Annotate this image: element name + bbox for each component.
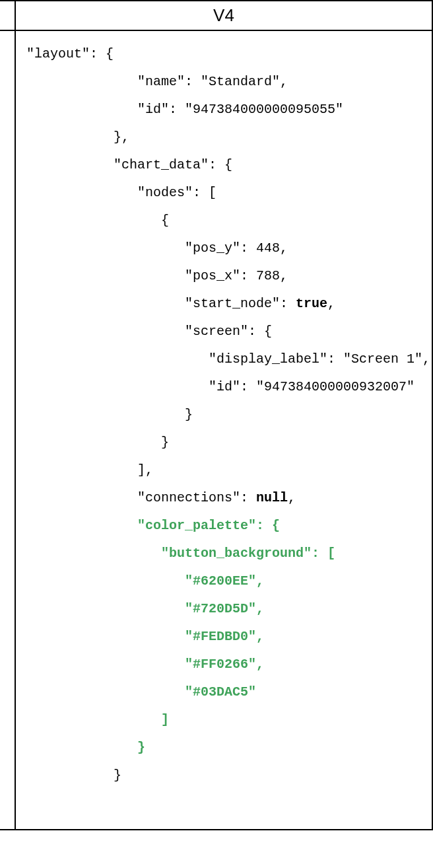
code-line: } [26, 435, 169, 450]
code-line: }, [26, 129, 129, 145]
header-stub-cell [0, 1, 16, 30]
code-line-highlighted: } [26, 740, 145, 755]
column-header: V4 [16, 1, 433, 30]
code-line-highlighted: "#FEDBD0", [26, 629, 264, 644]
code-line: "name": "Standard", [26, 74, 288, 89]
code-line: "chart_data": { [26, 157, 232, 172]
code-line: } [26, 768, 121, 783]
code-line: { [26, 213, 169, 228]
code-line-highlighted: "button_background": [ [26, 546, 335, 561]
code-line: "id": "947384000000932007" [26, 379, 415, 394]
table-container: V4 "layout": { "name": "Standard", "id":… [0, 0, 433, 830]
code-line: "pos_y": 448, [26, 240, 288, 256]
code-line-highlighted: "#03DAC5" [26, 684, 256, 700]
code-line: , [327, 296, 335, 311]
body-stub-cell [0, 31, 16, 829]
code-line: "id": "947384000000095055" [26, 102, 343, 117]
code-cell: "layout": { "name": "Standard", "id": "9… [16, 31, 433, 829]
code-line-highlighted: "#6200EE", [26, 573, 264, 589]
body-row: "layout": { "name": "Standard", "id": "9… [0, 31, 433, 830]
header-row: V4 [0, 0, 433, 31]
code-line: , [288, 490, 296, 505]
code-line-highlighted: "#720D5D", [26, 601, 264, 616]
code-line: ], [26, 462, 153, 478]
code-line: "screen": { [26, 324, 272, 339]
code-line-highlighted: ] [26, 712, 169, 727]
code-keyword-true: true [296, 296, 327, 311]
code-line: "display_label": "Screen 1", [26, 351, 430, 367]
code-line: "nodes": [ [26, 185, 216, 200]
code-keyword-null: null [256, 490, 288, 505]
code-line-highlighted: "#FF0266", [26, 657, 264, 672]
code-line: "connections": [26, 490, 256, 505]
code-line-highlighted: "color_palette": { [26, 518, 280, 533]
code-line: "start_node": [26, 296, 296, 311]
code-line: "layout": { [26, 46, 114, 61]
code-line: } [26, 407, 193, 422]
code-line: "pos_x": 788, [26, 268, 288, 283]
